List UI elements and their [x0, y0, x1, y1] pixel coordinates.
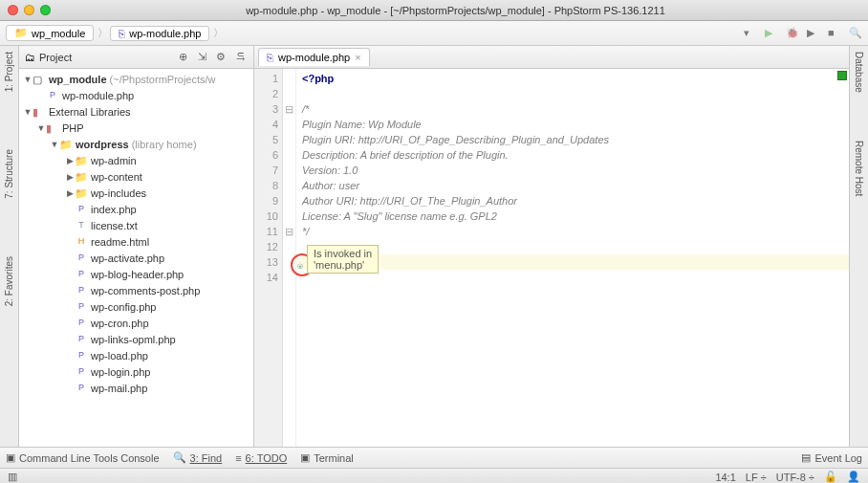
tree-file[interactable]: Pwp-load.php	[19, 347, 253, 363]
tree-file[interactable]: Pwp-activate.php	[19, 250, 253, 266]
file-encoding[interactable]: UTF-8 ÷	[776, 472, 814, 483]
tree-file[interactable]: Pindex.php	[19, 201, 253, 217]
code-text: License: A "Slug" license name e.g. GPL2	[302, 210, 497, 222]
tool-window-project[interactable]: 1: Project	[4, 52, 14, 92]
tree-file[interactable]: Pwp-module.php	[19, 87, 253, 103]
bottom-tool-bar: ▣Command Line Tools Console 🔍3: Find ≡6:…	[0, 447, 868, 468]
code-editor[interactable]: 1 2 3 4 5 6 7 8 9 10 11 12 13 14 ⊟ ⊟	[254, 69, 849, 447]
tree-file[interactable]: Pwp-comments-post.php	[19, 282, 253, 298]
minimize-window-button[interactable]	[24, 5, 34, 15]
php-file-icon: P	[75, 301, 88, 313]
code-content[interactable]: <?php /* Plugin Name: Wp Module Plugin U…	[296, 69, 849, 447]
tree-file[interactable]: Pwp-login.php	[19, 363, 253, 380]
tool-label: Command Line Tools Console	[19, 452, 160, 464]
window-title: wp-module.php - wp_module - [~/PhpstormP…	[51, 5, 860, 16]
project-tree[interactable]: ▼▢wp_module (~/PhpstormProjects/w Pwp-mo…	[19, 69, 253, 447]
tree-dir[interactable]: ▶📁wp-admin	[19, 152, 253, 168]
stop-icon[interactable]: ■	[828, 27, 841, 40]
breadcrumb-label: wp-module.php	[129, 28, 201, 39]
close-window-button[interactable]	[8, 5, 18, 15]
line-number: 1	[254, 71, 278, 86]
tree-file[interactable]: Pwp-links-opml.php	[19, 331, 253, 347]
line-number: 6	[254, 147, 278, 163]
tree-root[interactable]: ▼▢wp_module (~/PhpstormProjects/w	[19, 71, 253, 87]
tool-label: 6: TODO	[246, 452, 288, 464]
tree-label: wp-login.php	[91, 366, 150, 378]
line-number: 7	[254, 163, 278, 178]
hector-icon[interactable]: 👤	[847, 471, 860, 483]
line-separator[interactable]: LF ÷	[746, 472, 767, 483]
tree-file[interactable]: Pwp-blog-header.php	[19, 266, 253, 282]
dropdown-icon[interactable]: ▾	[744, 27, 757, 40]
tool-label: 3: Find	[190, 452, 223, 464]
tool-todo[interactable]: ≡6: TODO	[235, 452, 287, 464]
collapse-all-icon[interactable]: ⇲	[194, 50, 209, 65]
chevron-right-icon: 〉	[213, 26, 224, 40]
tree-dir[interactable]: ▶📁wp-includes	[19, 185, 253, 201]
panel-title: Project	[39, 52, 171, 63]
event-log[interactable]: ▤Event Log	[801, 451, 862, 464]
right-tool-rail: Database Remote Host	[849, 46, 868, 447]
html-file-icon: H	[75, 236, 88, 248]
tooltip-text: Is invoked in	[314, 248, 372, 259]
gutter-tooltip: Is invoked in 'menu.php'	[307, 245, 379, 274]
tool-find[interactable]: 🔍3: Find	[173, 451, 223, 464]
tree-file[interactable]: Pwp-mail.php	[19, 380, 253, 396]
window-controls	[8, 5, 51, 15]
search-icon: 🔍	[173, 451, 186, 464]
tree-label: index.php	[91, 204, 137, 215]
tree-file[interactable]: Tlicense.txt	[19, 217, 253, 233]
tool-terminal[interactable]: ▣Terminal	[300, 451, 354, 464]
tree-file[interactable]: Pwp-cron.php	[19, 315, 253, 331]
tool-window-remote-host[interactable]: Remote Host	[854, 141, 864, 196]
search-icon[interactable]: 🔍	[849, 27, 862, 40]
tree-dir[interactable]: ▶📁wp-content	[19, 168, 253, 185]
code-text: */	[302, 226, 309, 237]
hide-icon[interactable]: ⥹	[232, 50, 248, 65]
code-text: Plugin URI: http://URI_Of_Page_Describin…	[302, 134, 609, 145]
tool-window-toggle-icon[interactable]: ▥	[8, 471, 17, 483]
breadcrumb-root[interactable]: 📁 wp_module	[6, 25, 94, 41]
editor-area: ⎘ wp-module.php × 1 2 3 4 5 6 7 8 9 10 1…	[254, 46, 849, 447]
tree-file[interactable]: Hreadme.html	[19, 233, 253, 250]
terminal-icon: ▣	[6, 451, 15, 464]
zoom-window-button[interactable]	[40, 5, 51, 15]
code-text: Description: A brief description of the …	[302, 149, 509, 161]
breadcrumb-file[interactable]: ⎘ wp-module.php	[110, 26, 209, 41]
tool-command-line[interactable]: ▣Command Line Tools Console	[6, 451, 160, 464]
tree-label: wp-admin	[91, 155, 137, 166]
project-panel: 🗂 Project ⊕ ⇲ ⚙ ⥹ ▼▢wp_module (~/Phpstor…	[19, 46, 254, 447]
line-number: 4	[254, 117, 278, 132]
tree-wordpress[interactable]: ▼📁wordpress (library home)	[19, 136, 253, 152]
log-icon: ▤	[801, 451, 811, 464]
folder-icon: 📁	[75, 155, 88, 166]
code-text: Author: user	[302, 180, 359, 191]
tree-label: wordpress	[76, 139, 129, 150]
navigation-bar: 📁 wp_module 〉 ⎘ wp-module.php 〉 ▾ ▶ 🐞 ▶ …	[0, 21, 868, 46]
library-icon: ▮	[33, 106, 46, 118]
scroll-from-source-icon[interactable]: ⊕	[175, 50, 190, 65]
text-file-icon: T	[75, 220, 88, 231]
debug-icon[interactable]: 🐞	[786, 27, 799, 40]
php-file-icon: ⎘	[119, 28, 125, 39]
editor-tab[interactable]: ⎘ wp-module.php ×	[258, 48, 370, 66]
tool-window-database[interactable]: Database	[854, 52, 864, 93]
inspection-ok-marker[interactable]	[837, 71, 847, 80]
tree-external-libraries[interactable]: ▼▮External Libraries	[19, 103, 253, 120]
line-gutter: 1 2 3 4 5 6 7 8 9 10 11 12 13 14	[254, 69, 283, 447]
gear-icon[interactable]: ⚙	[213, 50, 228, 65]
tree-file[interactable]: Pwp-config.php	[19, 298, 253, 315]
code-text: <?php	[302, 73, 334, 84]
coverage-icon[interactable]: ▶	[807, 27, 820, 40]
tree-php-lib[interactable]: ▼▮PHP	[19, 120, 253, 136]
run-icon[interactable]: ▶	[765, 27, 778, 40]
caret-position[interactable]: 14:1	[715, 472, 735, 483]
titlebar: wp-module.php - wp_module - [~/PhpstormP…	[0, 0, 868, 21]
close-icon[interactable]: ×	[355, 52, 360, 63]
tool-window-structure[interactable]: 7: Structure	[4, 149, 14, 199]
tool-window-favorites[interactable]: 2: Favorites	[4, 256, 14, 306]
php-file-icon: P	[75, 366, 88, 378]
line-number: 8	[254, 178, 278, 193]
php-file-icon: P	[75, 334, 88, 345]
readonly-lock-icon[interactable]: 🔓	[824, 471, 837, 483]
